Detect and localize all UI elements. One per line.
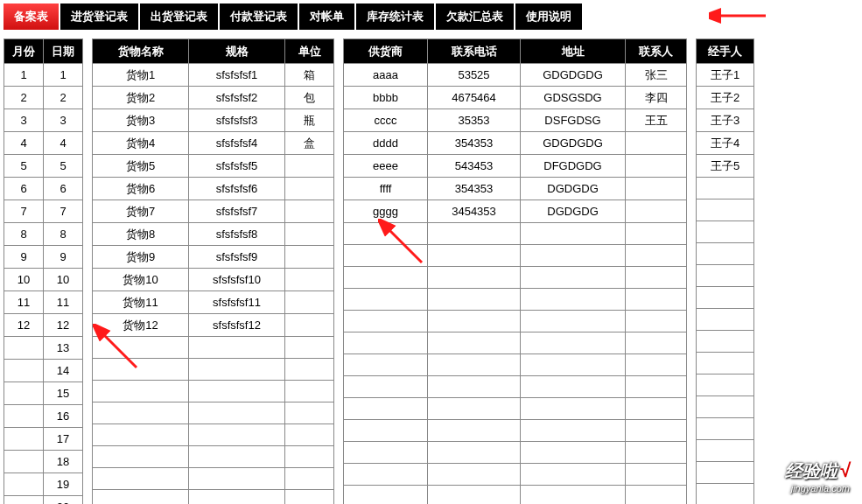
table-cell[interactable]: 15 [44,382,83,405]
table-row[interactable]: 货物9sfsfsfsf9 [93,246,334,269]
table-cell[interactable] [697,243,754,265]
table-cell[interactable] [626,155,687,178]
table-cell[interactable] [697,331,754,353]
table-cell[interactable] [4,451,44,473]
table-cell[interactable]: 王子4 [697,132,754,155]
table-cell[interactable] [626,442,687,464]
table-row[interactable] [697,331,754,353]
table-row[interactable]: 货物5sfsfsfsf5 [93,155,334,178]
table-cell[interactable] [344,486,428,505]
table-cell[interactable]: sfsfsfsf11 [189,291,285,314]
table-row[interactable]: 14 [4,360,83,382]
table-cell[interactable] [428,332,521,354]
table-cell[interactable]: 11 [44,291,83,314]
table-cell[interactable] [697,418,754,440]
table-row[interactable]: 王子2 [697,87,754,109]
table-row[interactable]: 货物4sfsfsfsf4盒 [93,132,334,155]
table-cell[interactable] [521,420,626,442]
table-cell[interactable]: sfsfsfsf6 [189,178,285,200]
table-cell[interactable] [93,468,189,490]
table-row[interactable]: 王子5 [697,155,754,178]
table-cell[interactable] [285,200,334,223]
table-cell[interactable]: 543453 [428,155,521,178]
table-row[interactable] [344,376,687,398]
table-cell[interactable] [626,486,687,505]
table-cell[interactable]: 35353 [428,109,521,132]
table-cell[interactable] [285,314,334,337]
table-cell[interactable]: 王五 [626,109,687,132]
table-cell[interactable]: 5 [44,155,83,178]
table-cell[interactable]: 1 [4,64,44,87]
table-cell[interactable] [428,245,521,267]
table-row[interactable] [697,374,754,396]
table-cell[interactable]: 6 [44,178,83,200]
table-cell[interactable]: 11 [4,291,44,314]
tab-5[interactable]: 库存统计表 [356,4,434,30]
table-cell[interactable] [697,462,754,484]
table-cell[interactable] [521,376,626,398]
table-row[interactable]: 货物10sfsfsfsf10 [93,269,334,291]
table-cell[interactable] [285,446,334,468]
table-cell[interactable] [189,381,285,402]
table-row[interactable] [344,442,687,464]
tab-2[interactable]: 出货登记表 [140,4,218,30]
table-cell[interactable]: 4675464 [428,87,521,109]
table-cell[interactable]: gggg [344,200,428,223]
table-cell[interactable]: 8 [44,223,83,246]
table-cell[interactable]: 张三 [626,64,687,87]
table-cell[interactable] [285,359,334,381]
table-row[interactable]: eeee543453DFGDGDG [344,155,687,178]
table-row[interactable]: 王子1 [697,64,754,87]
table-row[interactable]: 11 [4,64,83,87]
table-row[interactable]: 20 [4,496,83,505]
table-cell[interactable] [344,442,428,464]
table-row[interactable] [344,464,687,486]
table-cell[interactable]: 王子2 [697,87,754,109]
table-cell[interactable]: 货物2 [93,87,189,109]
table-cell[interactable] [521,223,626,245]
table-cell[interactable] [428,398,521,420]
table-row[interactable] [93,337,334,359]
table-cell[interactable]: 货物1 [93,64,189,87]
table-row[interactable] [93,359,334,381]
table-cell[interactable]: 货物12 [93,314,189,337]
table-row[interactable]: 货物6sfsfsfsf6 [93,178,334,200]
table-cell[interactable] [4,382,44,405]
table-cell[interactable]: 19 [44,473,83,496]
table-cell[interactable] [189,468,285,490]
table-cell[interactable]: 货物11 [93,291,189,314]
table-cell[interactable] [626,132,687,155]
table-row[interactable] [697,221,754,243]
table-cell[interactable] [428,354,521,376]
tab-6[interactable]: 欠款汇总表 [436,4,514,30]
table-row[interactable]: 货物3sfsfsfsf3瓶 [93,109,334,132]
table-cell[interactable] [285,269,334,291]
table-cell[interactable] [93,337,189,359]
table-cell[interactable]: dddd [344,132,428,155]
table-cell[interactable]: bbbb [344,87,428,109]
table-cell[interactable] [428,420,521,442]
table-cell[interactable] [189,337,285,359]
table-cell[interactable]: 4 [44,132,83,155]
table-row[interactable]: cccc35353DSFGDSG王五 [344,109,687,132]
table-cell[interactable] [344,223,428,245]
table-cell[interactable]: 箱 [285,64,334,87]
table-row[interactable] [697,396,754,418]
table-cell[interactable] [626,245,687,267]
table-cell[interactable]: 包 [285,87,334,109]
table-cell[interactable]: 货物4 [93,132,189,155]
table-cell[interactable]: 1 [44,64,83,87]
table-cell[interactable]: GDGDGDG [521,64,626,87]
table-cell[interactable]: 李四 [626,87,687,109]
table-row[interactable]: 88 [4,223,83,246]
table-row[interactable]: 55 [4,155,83,178]
table-cell[interactable]: 4 [4,132,44,155]
table-row[interactable] [344,398,687,420]
table-cell[interactable] [521,486,626,505]
table-row[interactable] [344,354,687,376]
table-row[interactable] [697,265,754,287]
table-cell[interactable] [521,332,626,354]
table-cell[interactable]: 货物7 [93,200,189,223]
table-cell[interactable]: 3 [4,109,44,132]
tab-0[interactable]: 备案表 [4,4,59,30]
